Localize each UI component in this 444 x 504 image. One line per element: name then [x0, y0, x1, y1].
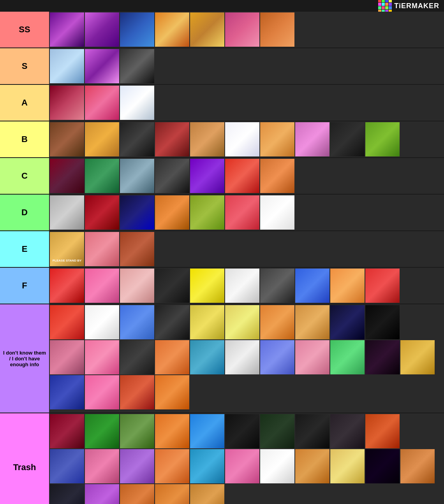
list-item [365, 122, 400, 156]
list-item [50, 159, 84, 193]
list-item [225, 159, 259, 193]
list-item [50, 484, 84, 504]
list-item [120, 159, 154, 193]
list-item [120, 86, 154, 120]
list-item [260, 122, 294, 156]
list-item [295, 449, 329, 483]
list-item [50, 122, 84, 156]
tier-row-c: C [0, 158, 444, 195]
list-item [85, 340, 119, 374]
list-item [155, 484, 189, 504]
list-item [120, 269, 154, 303]
idk-row-1 [50, 305, 443, 339]
tier-content-f [49, 268, 444, 304]
trash-row-3 [50, 484, 443, 504]
list-item [50, 375, 84, 409]
list-item [50, 269, 84, 303]
list-item [260, 305, 294, 339]
list-item [155, 12, 189, 47]
list-item [190, 159, 224, 193]
list-item [85, 159, 119, 193]
list-item [260, 414, 294, 448]
tier-label-e: E [0, 231, 49, 267]
list-item [365, 340, 400, 374]
list-item [155, 340, 189, 374]
tier-content-ss [49, 12, 444, 47]
list-item [225, 122, 259, 156]
list-item [155, 305, 189, 339]
list-item [260, 195, 294, 230]
list-item [120, 484, 154, 504]
list-item [400, 449, 435, 483]
list-item [330, 449, 365, 483]
list-item [365, 305, 400, 339]
list-item [120, 12, 154, 47]
list-item [120, 449, 154, 483]
tier-label-d: D [0, 195, 49, 230]
tier-content-d [49, 195, 444, 230]
tier-label-a: A [0, 85, 49, 121]
tiermaker-logo: TiERMAKER [378, 0, 439, 13]
list-item [225, 305, 259, 339]
tier-content-c [49, 158, 444, 194]
list-item [295, 122, 329, 156]
tier-row-idk: I don't know them / I don't have enough … [0, 304, 444, 413]
tier-row-trash: Trash [0, 413, 444, 504]
list-item [190, 414, 224, 448]
tier-content-b [49, 121, 444, 157]
list-item [330, 340, 365, 374]
list-item [120, 232, 154, 266]
list-item [260, 340, 294, 374]
list-item [85, 195, 119, 230]
list-item [85, 305, 119, 339]
list-item [155, 375, 189, 409]
list-item [190, 449, 224, 483]
tier-content-s [49, 48, 444, 84]
list-item [85, 449, 119, 483]
list-item [155, 414, 189, 448]
tier-content-idk [49, 304, 444, 413]
tier-row-e: E PLEASE STAND BY [0, 231, 444, 268]
list-item [155, 449, 189, 483]
tier-row-s: S [0, 48, 444, 85]
list-item [155, 159, 189, 193]
list-item [225, 340, 259, 374]
list-item [120, 414, 154, 448]
logo-grid-icon [378, 0, 392, 13]
tier-label-c: C [0, 158, 49, 194]
list-item [190, 122, 224, 156]
list-item [120, 340, 154, 374]
list-item [155, 269, 189, 303]
list-item [330, 305, 365, 339]
list-item [260, 449, 294, 483]
list-item [50, 449, 84, 483]
list-item [190, 305, 224, 339]
logo-text: TiERMAKER [394, 2, 439, 10]
tier-content-e: PLEASE STAND BY [49, 231, 444, 267]
list-item [330, 122, 365, 156]
list-item [190, 269, 224, 303]
list-item [85, 484, 119, 504]
list-item [295, 269, 329, 303]
list-item [225, 449, 259, 483]
tier-label-b: B [0, 121, 49, 157]
list-item [190, 12, 224, 47]
list-item [50, 340, 84, 374]
list-item [85, 86, 119, 120]
idk-row-3 [50, 375, 443, 409]
list-item [225, 269, 259, 303]
list-item [365, 449, 400, 483]
list-item [330, 269, 365, 303]
list-item [50, 414, 84, 448]
list-item [295, 340, 329, 374]
list-item [85, 49, 119, 83]
list-item: PLEASE STAND BY [50, 232, 84, 266]
list-item [120, 195, 154, 230]
list-item [85, 414, 119, 448]
list-item [400, 340, 435, 374]
tier-label-s: S [0, 48, 49, 84]
tier-row-ss: SS [0, 12, 444, 48]
tier-content-trash [49, 413, 444, 504]
list-item [190, 484, 224, 504]
list-item [50, 12, 84, 47]
